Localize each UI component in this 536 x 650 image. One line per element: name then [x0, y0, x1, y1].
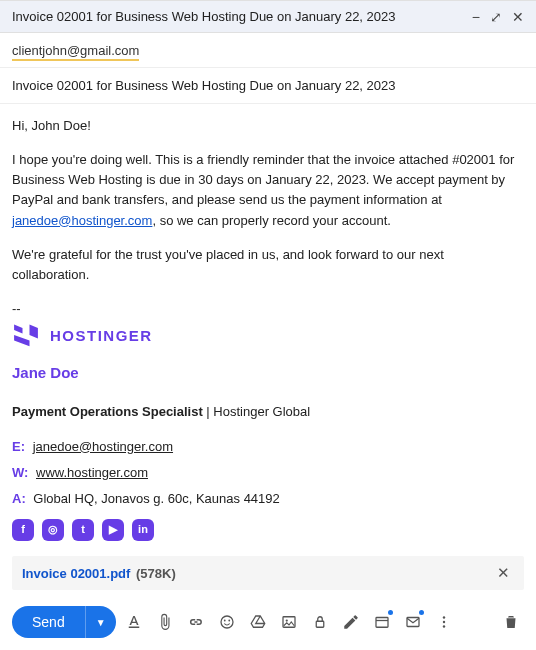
- discard-draft-icon[interactable]: [498, 609, 524, 635]
- compose-toolbar: Send ▼: [0, 596, 536, 650]
- attachment-chip[interactable]: Invoice 02001.pdf (578K) ✕: [12, 556, 524, 590]
- svg-point-8: [442, 616, 444, 618]
- brand-name: HOSTINGER: [50, 324, 153, 347]
- paragraph-2: We're grateful for the trust you've plac…: [12, 245, 524, 285]
- signature-address-line: A: Global HQ, Jonavos g. 60c, Kaunas 441…: [12, 489, 524, 509]
- svg-point-1: [223, 620, 225, 622]
- insert-signature-icon[interactable]: [338, 609, 364, 635]
- send-group: Send ▼: [12, 606, 116, 638]
- svg-point-2: [228, 620, 230, 622]
- svg-rect-5: [316, 621, 324, 627]
- signature-email-line: E: janedoe@hostinger.com: [12, 437, 524, 457]
- svg-point-10: [442, 625, 444, 627]
- signature-web-link[interactable]: www.hostinger.com: [36, 465, 148, 480]
- attachment-name: Invoice 02001.pdf: [22, 566, 130, 581]
- attachment-remove-icon[interactable]: ✕: [493, 564, 514, 582]
- signature-web-line: W: www.hostinger.com: [12, 463, 524, 483]
- attach-file-icon[interactable]: [152, 609, 178, 635]
- svg-point-9: [442, 621, 444, 623]
- signature-email-link[interactable]: janedoe@hostinger.com: [33, 439, 173, 454]
- send-more-button[interactable]: ▼: [85, 606, 116, 638]
- youtube-icon[interactable]: ▶: [102, 519, 124, 541]
- insert-emoji-icon[interactable]: [214, 609, 240, 635]
- signature-separator: --: [12, 299, 524, 319]
- minimize-icon[interactable]: −: [472, 10, 480, 24]
- close-icon[interactable]: ✕: [512, 10, 524, 24]
- svg-rect-6: [376, 618, 388, 628]
- social-row: f ◎ t ▶ in: [12, 519, 524, 541]
- instagram-icon[interactable]: ◎: [42, 519, 64, 541]
- format-text-icon[interactable]: [121, 609, 147, 635]
- attachment-size: (578K): [136, 566, 176, 581]
- signature-title: Payment Operations Specialist | Hostinge…: [12, 402, 524, 422]
- subject-row[interactable]: Invoice 02001 for Business Web Hosting D…: [0, 68, 536, 104]
- confidential-mode-icon[interactable]: [307, 609, 333, 635]
- expand-icon[interactable]: ⤢: [490, 10, 502, 24]
- window-controls: − ⤢ ✕: [472, 10, 524, 24]
- insert-link-icon[interactable]: [183, 609, 209, 635]
- message-body[interactable]: Hi, John Doe! I hope you're doing well. …: [0, 104, 536, 550]
- schedule-send-icon[interactable]: [369, 609, 395, 635]
- signature-logo: HOSTINGER: [12, 323, 524, 347]
- header-title: Invoice 02001 for Business Web Hosting D…: [12, 9, 396, 24]
- twitter-icon[interactable]: t: [72, 519, 94, 541]
- greeting: Hi, John Doe!: [12, 116, 524, 136]
- recipient-chip[interactable]: clientjohn@gmail.com: [12, 43, 139, 61]
- signature-name: Jane Doe: [12, 361, 524, 384]
- svg-point-0: [221, 616, 233, 628]
- linkedin-icon[interactable]: in: [132, 519, 154, 541]
- send-button[interactable]: Send: [12, 606, 85, 638]
- sender-email-link[interactable]: janedoe@hostinger.com: [12, 213, 152, 228]
- hostinger-logo-icon: [12, 323, 40, 347]
- compose-window: Invoice 02001 for Business Web Hosting D…: [0, 0, 536, 650]
- paragraph-1: I hope you're doing well. This is a frie…: [12, 150, 524, 231]
- facebook-icon[interactable]: f: [12, 519, 34, 541]
- compose-header: Invoice 02001 for Business Web Hosting D…: [0, 1, 536, 33]
- svg-point-4: [285, 619, 287, 621]
- labels-icon[interactable]: [400, 609, 426, 635]
- insert-drive-icon[interactable]: [245, 609, 271, 635]
- recipients-row[interactable]: clientjohn@gmail.com: [0, 33, 536, 68]
- more-options-icon[interactable]: [431, 609, 457, 635]
- insert-image-icon[interactable]: [276, 609, 302, 635]
